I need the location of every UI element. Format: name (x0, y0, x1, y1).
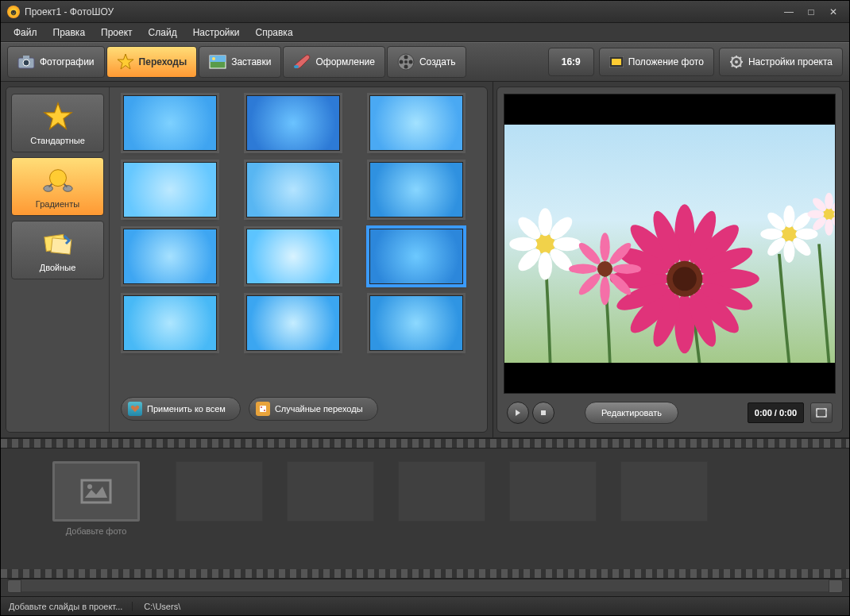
tab-splash[interactable]: Заставки (199, 46, 281, 78)
thumbnail-grad-06[interactable] (369, 162, 463, 218)
slide-placeholder[interactable] (509, 461, 597, 522)
time-display: 0:00 / 0:00 (748, 402, 804, 423)
shuffle-icon (256, 402, 270, 416)
add-photo-label: Добавьте фото (66, 526, 127, 536)
film-strip-bottom (1, 569, 849, 579)
category-standard[interactable]: Стандартные (11, 94, 104, 152)
svg-point-26 (43, 186, 52, 192)
svg-point-25 (49, 170, 66, 187)
svg-point-84 (576, 240, 603, 267)
svg-point-6 (294, 65, 299, 68)
thumbnail-grid[interactable] (110, 87, 487, 391)
project-settings-button[interactable]: Настройки проекта (719, 48, 843, 76)
add-slide-icon-box (52, 461, 140, 522)
brush-icon (293, 53, 311, 71)
svg-point-45 (783, 205, 794, 227)
svg-point-55 (825, 218, 833, 235)
svg-point-12 (404, 60, 408, 64)
slide-placeholder[interactable] (398, 461, 485, 522)
tab-create[interactable]: Создать (387, 46, 466, 78)
heart-icon (128, 402, 142, 416)
edit-button[interactable]: Редактировать (585, 402, 678, 424)
play-button[interactable] (507, 402, 529, 424)
svg-point-27 (63, 186, 71, 192)
window-title: Проект1 - ФотоШОУ (25, 6, 114, 17)
svg-point-82 (569, 264, 597, 273)
svg-point-1 (23, 60, 29, 66)
stop-button[interactable] (532, 402, 554, 424)
category-double[interactable]: Двойные (11, 221, 104, 279)
svg-point-46 (783, 240, 794, 262)
svg-point-38 (509, 237, 537, 251)
thumbnail-grad-08[interactable] (246, 229, 340, 284)
content-area: СтандартныеГрадиентыДвойные Применить ко… (1, 82, 849, 437)
thumbnail-grad-03[interactable] (369, 95, 463, 151)
svg-point-80 (600, 233, 609, 261)
thumbnail-grad-10[interactable] (123, 295, 217, 351)
reel-icon (397, 53, 415, 71)
aspect-ratio-button[interactable]: 16:9 (548, 48, 594, 76)
svg-point-92 (87, 484, 92, 489)
svg-point-81 (600, 276, 609, 305)
gradient-icon (42, 164, 74, 196)
svg-line-23 (732, 65, 733, 67)
svg-point-9 (404, 65, 408, 69)
slides-row[interactable]: Добавьте фото (1, 449, 849, 569)
star-icon (117, 53, 134, 71)
svg-line-24 (740, 57, 741, 59)
add-slide-placeholder[interactable]: Добавьте фото (41, 461, 152, 536)
photo-position-button[interactable]: Положение фото (599, 48, 714, 76)
thumbnail-grad-12[interactable] (369, 295, 463, 351)
maximize-button[interactable]: □ (802, 5, 821, 19)
thumbnail-grad-05[interactable] (246, 162, 340, 218)
svg-point-5 (212, 57, 215, 60)
status-path: C:\Users\ (144, 602, 180, 611)
svg-line-22 (740, 65, 741, 67)
thumbnail-grad-01[interactable] (123, 95, 217, 151)
svg-point-33 (261, 406, 262, 408)
slide-placeholder[interactable] (176, 461, 263, 522)
tab-transitions[interactable]: Переходы (106, 46, 198, 78)
svg-point-47 (760, 228, 782, 239)
thumbnail-grad-02[interactable] (246, 95, 340, 151)
thumbnail-grad-04[interactable] (123, 162, 217, 218)
timeline-scrollbar[interactable] (7, 579, 843, 591)
minimize-button[interactable]: — (779, 5, 798, 19)
star-icon (42, 101, 74, 133)
svg-point-56 (807, 210, 824, 218)
double-icon (42, 228, 74, 260)
toolbar: ФотографииПереходыЗаставкиОформлениеСозд… (1, 42, 849, 82)
svg-rect-2 (23, 56, 29, 59)
thumbnail-grad-11[interactable] (246, 295, 340, 351)
menu-item-проект[interactable]: Проект (93, 25, 141, 40)
position-icon (609, 55, 624, 69)
grid-area: Применить ко всем Случайные переходы (110, 87, 487, 432)
thumbnail-grad-09[interactable] (369, 229, 463, 284)
apply-all-button[interactable]: Применить ко всем (121, 397, 241, 421)
svg-point-11 (408, 60, 412, 64)
image-icon (209, 53, 226, 71)
close-button[interactable]: ✕ (824, 5, 843, 19)
menu-item-справка[interactable]: Справка (247, 25, 300, 40)
category-list: СтандартныеГрадиентыДвойные (6, 87, 110, 432)
svg-rect-89 (541, 410, 546, 415)
menu-item-файл[interactable]: Файл (6, 25, 45, 40)
thumbnail-grad-07[interactable] (123, 229, 217, 284)
category-gradients[interactable]: Градиенты (11, 157, 104, 216)
slide-placeholder[interactable] (287, 461, 374, 522)
right-panel: Редактировать 0:00 / 0:00 (493, 82, 849, 437)
apply-all-label: Применить ко всем (147, 404, 226, 414)
menu-item-слайд[interactable]: Слайд (141, 25, 185, 40)
left-panel: СтандартныеГрадиентыДвойные Применить ко… (1, 82, 493, 437)
random-transitions-button[interactable]: Случайные переходы (249, 397, 378, 421)
menu-item-настройки[interactable]: Настройки (185, 25, 248, 40)
preview-panel: Редактировать 0:00 / 0:00 (496, 87, 843, 433)
tab-photos[interactable]: Фотографии (7, 46, 105, 78)
svg-point-34 (264, 410, 265, 411)
fullscreen-button[interactable] (810, 402, 833, 423)
menu-item-правка[interactable]: Правка (45, 25, 94, 40)
svg-rect-32 (260, 406, 266, 412)
preview-canvas (504, 94, 836, 394)
tab-design[interactable]: Оформление (283, 46, 384, 78)
slide-placeholder[interactable] (620, 461, 708, 522)
